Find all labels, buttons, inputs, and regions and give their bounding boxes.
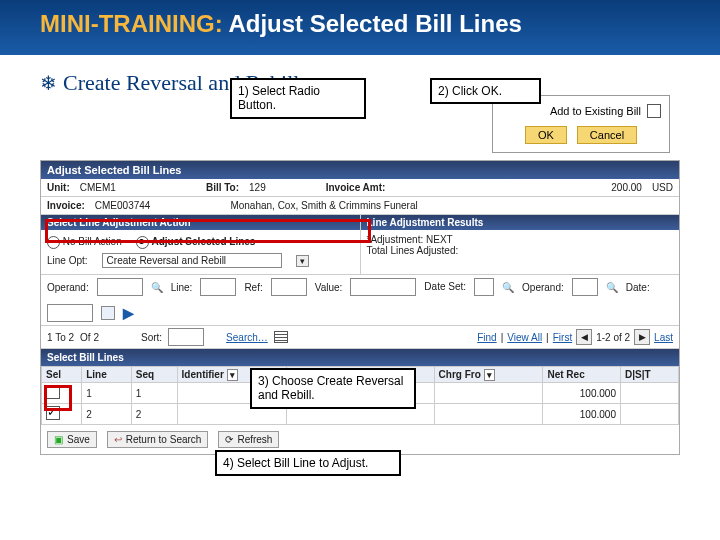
add-existing-label: Add to Existing Bill (550, 105, 641, 117)
row-select-checkbox[interactable] (46, 385, 60, 399)
ref-input[interactable] (271, 278, 307, 296)
prev-icon[interactable]: ◀ (576, 329, 592, 345)
lookup-icon[interactable]: 🔍 (151, 282, 163, 293)
return-icon: ↩ (114, 434, 122, 445)
save-icon: ▣ (54, 434, 63, 445)
app-window: Adjust Selected Bill Lines Unit: CMEM1 B… (40, 160, 680, 455)
first-link[interactable]: First (553, 332, 572, 343)
panel-results: Line Adjustment Results *Adjustment: NEX… (361, 215, 680, 274)
ok-button[interactable]: OK (525, 126, 567, 144)
value-input[interactable] (350, 278, 416, 296)
calendar-icon[interactable] (101, 306, 115, 320)
last-link[interactable]: Last (654, 332, 673, 343)
add-existing-checkbox[interactable] (647, 104, 661, 118)
slide-header: MINI-TRAINING: Adjust Selected Bill Line… (0, 0, 720, 55)
sort-input[interactable] (168, 328, 204, 346)
title-rest: Adjust Selected Bill Lines (223, 10, 522, 37)
refresh-button[interactable]: ⟳Refresh (218, 431, 279, 448)
lookup-icon[interactable]: 🔍 (606, 282, 618, 293)
search-link[interactable]: Search… (226, 332, 268, 343)
cancel-button[interactable]: Cancel (577, 126, 637, 144)
next-icon[interactable]: ▶ (634, 329, 650, 345)
grid-icon[interactable] (274, 331, 288, 343)
operand-input[interactable] (97, 278, 143, 296)
table-header-bar: Select Bill Lines (41, 349, 679, 366)
row-select-checkbox[interactable] (46, 406, 60, 420)
chevron-down-icon[interactable]: ▾ (227, 369, 238, 381)
pager-row: 1 To 2 Of 2 Sort: Search… Find | View Al… (41, 326, 679, 349)
dateset-input[interactable] (474, 278, 494, 296)
app-titlebar: Adjust Selected Bill Lines (41, 161, 679, 179)
save-button[interactable]: ▣Save (47, 431, 97, 448)
date-input[interactable] (47, 304, 93, 322)
lookup-icon[interactable]: 🔍 (502, 282, 514, 293)
find-link[interactable]: Find (477, 332, 496, 343)
radio-row: No Bill Action Adjust Selected Lines (47, 234, 354, 251)
refresh-icon: ⟳ (225, 434, 233, 445)
info-row-1: Unit: CMEM1 Bill To: 129 Invoice Amt: 20… (41, 179, 679, 197)
go-arrow-icon[interactable]: ▶ (123, 305, 134, 321)
radio-adjust-selected[interactable] (136, 236, 149, 249)
operand2-input[interactable] (572, 278, 598, 296)
info-row-2: Invoice: CME003744 Monahan, Cox, Smith &… (41, 197, 679, 215)
filter-row: Operand:🔍 Line: Ref: Value: Date Set:🔍 O… (41, 275, 679, 326)
line-input[interactable] (200, 278, 236, 296)
snowflake-icon: ❄ (40, 71, 57, 95)
chevron-down-icon[interactable]: ▾ (296, 255, 309, 267)
callout-2: 2) Click OK. (430, 78, 541, 104)
callout-1: 1) Select Radio Button. (230, 78, 366, 119)
callout-3: 3) Choose Create Reversal and Rebill. (250, 368, 416, 409)
viewall-link[interactable]: View All (507, 332, 542, 343)
return-to-search-button[interactable]: ↩Return to Search (107, 431, 209, 448)
title-prefix: MINI-TRAINING: (40, 10, 223, 37)
radio-no-action[interactable] (47, 236, 60, 249)
chevron-down-icon[interactable]: ▾ (484, 369, 495, 381)
panel-select-action: Select Line Adjustment Action No Bill Ac… (41, 215, 361, 274)
line-opt-select[interactable]: Create Reversal and Rebill (102, 253, 282, 268)
callout-4: 4) Select Bill Line to Adjust. (215, 450, 401, 476)
